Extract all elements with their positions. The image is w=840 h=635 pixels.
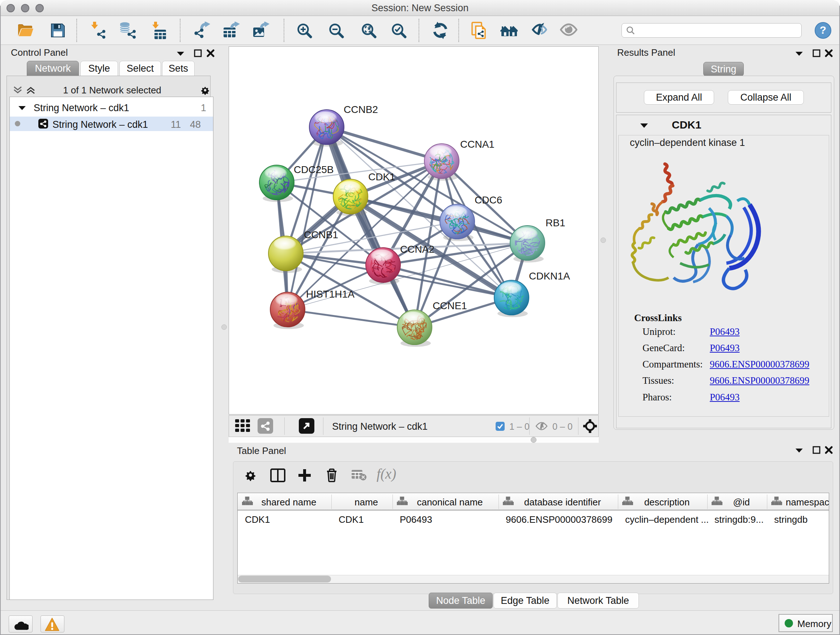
svg-text:HIST1H1A: HIST1H1A xyxy=(306,288,355,300)
svg-text:CDK1: CDK1 xyxy=(368,171,395,182)
svg-text:CDC25B: CDC25B xyxy=(294,164,333,175)
svg-text:CCNB1: CCNB1 xyxy=(304,229,338,241)
svg-text:CCNE1: CCNE1 xyxy=(433,300,467,311)
svg-text:RB1: RB1 xyxy=(546,217,565,228)
svg-text:CCNA1: CCNA1 xyxy=(460,139,494,150)
svg-text:CDC6: CDC6 xyxy=(475,195,502,206)
svg-text:CCNB2: CCNB2 xyxy=(344,104,378,115)
svg-text:CDKN1A: CDKN1A xyxy=(529,271,570,282)
svg-text:?: ? xyxy=(820,24,826,36)
svg-text:CCNA2: CCNA2 xyxy=(400,244,434,255)
